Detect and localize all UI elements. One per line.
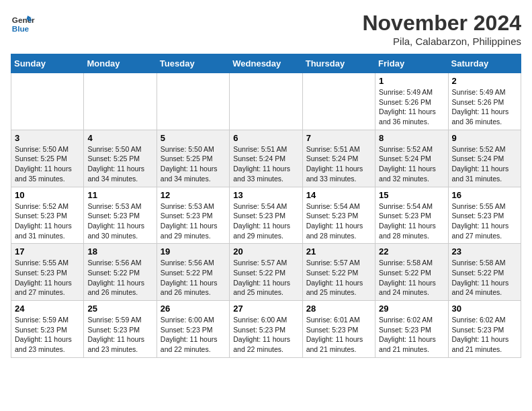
calendar-cell: 5Sunrise: 5:50 AMSunset: 5:25 PMDaylight… [157, 130, 229, 187]
calendar-week-row: 10Sunrise: 5:52 AMSunset: 5:23 PMDayligh… [11, 187, 521, 244]
day-number: 5 [161, 133, 226, 143]
day-number: 27 [233, 304, 298, 314]
day-info: Sunrise: 5:50 AMSunset: 5:25 PMDaylight:… [87, 144, 152, 184]
weekday-header: Tuesday [157, 54, 229, 73]
day-number: 11 [87, 190, 152, 200]
page-header: General Blue November 2024 Pila, Calabar… [11, 11, 521, 47]
calendar-cell: 24Sunrise: 5:59 AMSunset: 5:23 PMDayligh… [11, 301, 84, 358]
calendar-cell: 12Sunrise: 5:53 AMSunset: 5:23 PMDayligh… [157, 187, 229, 244]
day-info: Sunrise: 5:49 AMSunset: 5:26 PMDaylight:… [452, 87, 517, 127]
calendar-cell: 2Sunrise: 5:49 AMSunset: 5:26 PMDaylight… [448, 73, 521, 130]
day-number: 28 [306, 304, 371, 314]
day-info: Sunrise: 5:54 AMSunset: 5:23 PMDaylight:… [306, 201, 371, 241]
calendar-cell: 14Sunrise: 5:54 AMSunset: 5:23 PMDayligh… [302, 187, 375, 244]
day-number: 26 [161, 304, 226, 314]
calendar-cell [157, 73, 229, 130]
day-number: 7 [306, 133, 371, 143]
calendar-cell: 11Sunrise: 5:53 AMSunset: 5:23 PMDayligh… [84, 187, 157, 244]
calendar-cell: 26Sunrise: 6:00 AMSunset: 5:23 PMDayligh… [157, 301, 229, 358]
day-info: Sunrise: 5:53 AMSunset: 5:23 PMDaylight:… [161, 201, 226, 241]
day-number: 15 [379, 190, 444, 200]
title-block: November 2024 Pila, Calabarzon, Philippi… [362, 11, 521, 47]
day-info: Sunrise: 6:01 AMSunset: 5:23 PMDaylight:… [306, 315, 371, 355]
calendar-week-row: 24Sunrise: 5:59 AMSunset: 5:23 PMDayligh… [11, 301, 521, 358]
day-number: 17 [15, 246, 80, 257]
day-number: 4 [87, 133, 152, 143]
calendar-cell: 15Sunrise: 5:54 AMSunset: 5:23 PMDayligh… [375, 187, 448, 244]
day-number: 16 [452, 190, 517, 200]
page-title: November 2024 [362, 11, 521, 36]
calendar-cell: 16Sunrise: 5:55 AMSunset: 5:23 PMDayligh… [448, 187, 521, 244]
day-info: Sunrise: 6:00 AMSunset: 5:23 PMDaylight:… [233, 315, 298, 355]
day-info: Sunrise: 5:50 AMSunset: 5:25 PMDaylight:… [15, 144, 80, 184]
calendar-cell: 25Sunrise: 5:59 AMSunset: 5:23 PMDayligh… [84, 301, 157, 358]
calendar-cell: 21Sunrise: 5:57 AMSunset: 5:22 PMDayligh… [302, 244, 375, 301]
calendar-week-row: 17Sunrise: 5:55 AMSunset: 5:23 PMDayligh… [11, 244, 521, 301]
day-number: 30 [452, 304, 517, 314]
day-info: Sunrise: 5:59 AMSunset: 5:23 PMDaylight:… [87, 315, 152, 355]
day-number: 20 [233, 246, 298, 257]
logo-icon: General Blue [11, 11, 35, 35]
day-info: Sunrise: 5:58 AMSunset: 5:22 PMDaylight:… [452, 258, 517, 298]
calendar-cell: 18Sunrise: 5:56 AMSunset: 5:22 PMDayligh… [84, 244, 157, 301]
day-number: 21 [306, 246, 371, 257]
day-number: 23 [452, 246, 517, 257]
calendar-cell: 13Sunrise: 5:54 AMSunset: 5:23 PMDayligh… [230, 187, 302, 244]
calendar-cell: 17Sunrise: 5:55 AMSunset: 5:23 PMDayligh… [11, 244, 84, 301]
calendar-week-row: 3Sunrise: 5:50 AMSunset: 5:25 PMDaylight… [11, 130, 521, 187]
day-info: Sunrise: 5:50 AMSunset: 5:25 PMDaylight:… [161, 144, 226, 184]
calendar-cell: 20Sunrise: 5:57 AMSunset: 5:22 PMDayligh… [230, 244, 302, 301]
calendar-week-row: 1Sunrise: 5:49 AMSunset: 5:26 PMDaylight… [11, 73, 521, 130]
day-info: Sunrise: 5:54 AMSunset: 5:23 PMDaylight:… [233, 201, 298, 241]
day-number: 29 [379, 304, 444, 314]
calendar-body: 1Sunrise: 5:49 AMSunset: 5:26 PMDaylight… [11, 73, 521, 358]
day-number: 9 [452, 133, 517, 143]
calendar-cell: 30Sunrise: 6:02 AMSunset: 5:23 PMDayligh… [448, 301, 521, 358]
day-number: 1 [379, 76, 444, 86]
day-info: Sunrise: 5:53 AMSunset: 5:23 PMDaylight:… [87, 201, 152, 241]
calendar-cell: 9Sunrise: 5:52 AMSunset: 5:24 PMDaylight… [448, 130, 521, 187]
day-number: 22 [379, 246, 444, 257]
svg-text:Blue: Blue [12, 24, 30, 33]
calendar-cell: 23Sunrise: 5:58 AMSunset: 5:22 PMDayligh… [448, 244, 521, 301]
logo: General Blue [11, 11, 35, 35]
day-number: 14 [306, 190, 371, 200]
weekday-header: Friday [375, 54, 448, 73]
calendar-header: SundayMondayTuesdayWednesdayThursdayFrid… [11, 54, 521, 73]
calendar-cell: 7Sunrise: 5:51 AMSunset: 5:24 PMDaylight… [302, 130, 375, 187]
calendar-cell: 29Sunrise: 6:02 AMSunset: 5:23 PMDayligh… [375, 301, 448, 358]
weekday-header: Thursday [302, 54, 375, 73]
day-info: Sunrise: 5:57 AMSunset: 5:22 PMDaylight:… [233, 258, 298, 298]
day-info: Sunrise: 5:49 AMSunset: 5:26 PMDaylight:… [379, 87, 444, 127]
day-number: 19 [161, 246, 226, 257]
calendar-cell: 27Sunrise: 6:00 AMSunset: 5:23 PMDayligh… [230, 301, 302, 358]
day-info: Sunrise: 5:56 AMSunset: 5:22 PMDaylight:… [161, 258, 226, 298]
calendar-cell: 22Sunrise: 5:58 AMSunset: 5:22 PMDayligh… [375, 244, 448, 301]
day-number: 8 [379, 133, 444, 143]
day-number: 6 [233, 133, 298, 143]
calendar-cell [302, 73, 375, 130]
calendar-cell: 19Sunrise: 5:56 AMSunset: 5:22 PMDayligh… [157, 244, 229, 301]
day-info: Sunrise: 5:55 AMSunset: 5:23 PMDaylight:… [452, 201, 517, 241]
day-info: Sunrise: 5:56 AMSunset: 5:22 PMDaylight:… [87, 258, 152, 298]
calendar-cell: 1Sunrise: 5:49 AMSunset: 5:26 PMDaylight… [375, 73, 448, 130]
day-number: 13 [233, 190, 298, 200]
weekday-header-row: SundayMondayTuesdayWednesdayThursdayFrid… [11, 54, 521, 73]
day-number: 25 [87, 304, 152, 314]
day-info: Sunrise: 5:52 AMSunset: 5:24 PMDaylight:… [379, 144, 444, 184]
day-number: 12 [161, 190, 226, 200]
page-subtitle: Pila, Calabarzon, Philippines [362, 36, 521, 47]
calendar-cell: 4Sunrise: 5:50 AMSunset: 5:25 PMDaylight… [84, 130, 157, 187]
calendar-cell: 3Sunrise: 5:50 AMSunset: 5:25 PMDaylight… [11, 130, 84, 187]
weekday-header: Saturday [448, 54, 521, 73]
day-info: Sunrise: 6:02 AMSunset: 5:23 PMDaylight:… [379, 315, 444, 355]
day-number: 24 [15, 304, 80, 314]
day-info: Sunrise: 5:58 AMSunset: 5:22 PMDaylight:… [379, 258, 444, 298]
day-info: Sunrise: 6:02 AMSunset: 5:23 PMDaylight:… [452, 315, 517, 355]
calendar-cell [11, 73, 84, 130]
calendar-cell: 28Sunrise: 6:01 AMSunset: 5:23 PMDayligh… [302, 301, 375, 358]
day-info: Sunrise: 5:51 AMSunset: 5:24 PMDaylight:… [306, 144, 371, 184]
day-info: Sunrise: 6:00 AMSunset: 5:23 PMDaylight:… [161, 315, 226, 355]
calendar-table: SundayMondayTuesdayWednesdayThursdayFrid… [11, 54, 521, 358]
calendar-cell [84, 73, 157, 130]
